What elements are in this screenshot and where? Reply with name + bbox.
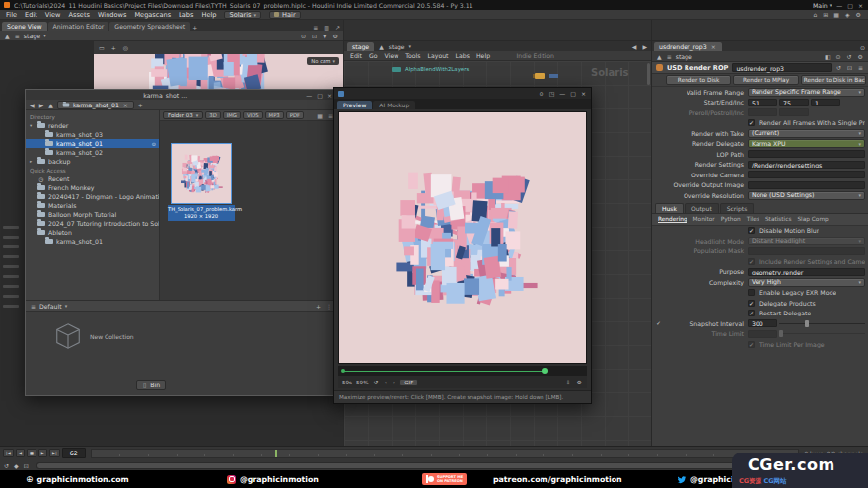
checkbox-include-render-settings-and-cameras[interactable]: ✓ xyxy=(748,258,755,265)
net-menu-layout[interactable]: Layout xyxy=(428,52,449,59)
button-render-to-disk-in-background[interactable]: Render to Disk in Background xyxy=(801,75,866,85)
dialog-file-grid[interactable]: TH_Solaris_07_problem.karm 1920 × 1920 xyxy=(160,121,337,300)
checkbox-disable-motion-blur[interactable]: ✓ xyxy=(748,227,755,234)
preview-titlebar[interactable]: ⊙◳—▢× xyxy=(334,88,591,99)
field-start-end-inc-2[interactable]: 1 xyxy=(811,99,840,106)
menu-icon[interactable]: ≡ xyxy=(30,303,36,310)
viewport-render-view[interactable]: No cam ▾ xyxy=(94,54,343,89)
preview-tab-ai-mockup[interactable]: AI Mockup xyxy=(373,101,415,109)
patreon-link[interactable]: patreon.com/graphicinmotion xyxy=(493,470,622,488)
bin-button[interactable]: ▯ Bin xyxy=(136,380,166,390)
timeline-ruler[interactable] xyxy=(91,449,800,458)
tab-husk[interactable]: Husk xyxy=(655,203,684,213)
net-menu-go[interactable]: Go xyxy=(369,52,378,59)
subtab-rendering[interactable]: Rendering xyxy=(658,216,687,223)
preview-scrubber[interactable] xyxy=(338,366,587,376)
menu-labs[interactable]: Labs xyxy=(179,11,193,19)
checkbox-time-limit-per-image[interactable]: ✓ xyxy=(748,341,755,348)
pin-icon[interactable]: ⊙ xyxy=(859,44,866,51)
network-scrollbar[interactable] xyxy=(647,63,650,85)
menu-edit[interactable]: Edit xyxy=(25,11,37,19)
slider-snapshot-interval[interactable] xyxy=(779,319,865,328)
desktop-selector[interactable]: Solaris▾ xyxy=(224,11,261,19)
back-icon[interactable]: ◀ xyxy=(29,102,36,108)
tree-item-karma-shot-02[interactable]: karma_shot_02 xyxy=(26,148,159,157)
bookmark-20240417-dingman-logo-animation[interactable]: 20240417 - Dingman - Logo Animation xyxy=(26,192,159,201)
home-icon[interactable]: ⌂ xyxy=(812,11,818,18)
website-link[interactable]: ⊕ graphicinmotion.com xyxy=(26,470,129,488)
gear-icon[interactable]: ⚙ xyxy=(576,379,583,385)
tab-geometry-spreadsheet[interactable]: Geometry Spreadsheet xyxy=(109,22,190,31)
prev-frame-icon[interactable]: ‹ xyxy=(384,379,388,385)
file-thumbnail[interactable] xyxy=(171,143,232,204)
layout-icon[interactable]: ▦ xyxy=(832,11,840,18)
history-icon[interactable]: ↺ xyxy=(846,53,853,60)
timeline-range-slider[interactable] xyxy=(36,462,842,469)
button-render-to-disk[interactable]: Render to Disk xyxy=(666,75,731,85)
network-node-orange[interactable] xyxy=(535,73,545,79)
close-icon[interactable]: × xyxy=(580,90,587,97)
pin-icon[interactable]: ⊙ xyxy=(835,53,842,60)
maximize-icon[interactable]: ▢ xyxy=(846,2,854,9)
dialog-tab-karma-shot-01[interactable]: karma_shot_01× xyxy=(57,101,134,109)
scrub-handle[interactable] xyxy=(542,368,548,374)
menu-icon[interactable]: ≡ xyxy=(857,64,864,71)
jump-end-icon[interactable]: ▶| xyxy=(49,449,60,457)
gear-icon[interactable]: ⚙ xyxy=(857,53,864,60)
minimize-icon[interactable]: — xyxy=(305,92,313,99)
maximize-icon[interactable]: ▢ xyxy=(316,92,324,99)
slider-handle[interactable] xyxy=(805,320,809,327)
checkbox-delegate-products[interactable]: ✓ xyxy=(748,300,755,307)
up-icon[interactable]: ▲ xyxy=(378,43,385,50)
loop-icon[interactable]: ↺ xyxy=(372,379,379,385)
key-icon[interactable]: ◆ xyxy=(13,462,20,469)
new-tab-icon[interactable]: + xyxy=(191,24,198,31)
preview-image[interactable] xyxy=(338,111,587,364)
field-preroll-postroll-inc-0[interactable] xyxy=(748,108,777,116)
bookmark-ableton[interactable]: Ableton xyxy=(26,228,159,237)
new-collection-card[interactable]: New Collection xyxy=(26,312,337,351)
forward-icon[interactable]: ▶ xyxy=(641,43,648,50)
up-icon[interactable]: ▲ xyxy=(4,33,11,39)
field-time-limit[interactable] xyxy=(748,330,777,338)
subtab-tiles[interactable]: Tiles xyxy=(747,216,760,223)
menu-render-delegate[interactable]: Karma XPU▾ xyxy=(748,139,865,148)
field-override-camera[interactable] xyxy=(748,171,865,178)
folder-menu[interactable]: Folder 03▾ xyxy=(163,111,203,119)
play-reverse-icon[interactable]: ◀ xyxy=(16,449,25,457)
quick-item-french-monkey[interactable]: French Monkey xyxy=(26,183,159,192)
playhead[interactable] xyxy=(275,450,277,457)
tab-animation-editor[interactable]: Animation Editor xyxy=(48,22,109,31)
next-frame-icon[interactable]: › xyxy=(392,379,396,385)
menu-file[interactable]: File xyxy=(6,11,17,19)
checkbox-restart-delegate[interactable]: ✓ xyxy=(748,310,755,316)
menu-override-resolution[interactable]: None (USD Settings)▾ xyxy=(748,191,865,200)
close-icon[interactable]: × xyxy=(326,92,333,99)
viewport-camera-selector[interactable]: No cam ▾ xyxy=(307,57,339,65)
button-render-to-mplay[interactable]: Render to MPlay xyxy=(733,75,798,85)
current-frame-field[interactable]: 62 xyxy=(62,448,86,458)
snap-icon[interactable]: ◈ xyxy=(844,11,851,18)
checkbox-render-all-frames-with-a-single-process[interactable]: ✓ xyxy=(748,119,755,126)
close-icon[interactable]: × xyxy=(122,102,129,108)
checkbox-enable-legacy-exr-mode[interactable] xyxy=(748,289,755,296)
jump-start-icon[interactable]: |◀ xyxy=(3,449,14,457)
pin-icon[interactable]: ⊙ xyxy=(300,33,307,39)
close-icon[interactable]: × xyxy=(857,2,864,9)
back-icon[interactable]: ◀ xyxy=(631,43,638,50)
gear-icon[interactable]: ⚙ xyxy=(855,11,862,18)
tab-scripts[interactable]: Scripts xyxy=(720,203,755,213)
more-icon[interactable]: ⋮ xyxy=(326,303,333,310)
field-lop-path[interactable] xyxy=(748,150,865,158)
filter-pdf[interactable]: PDF xyxy=(286,111,304,119)
up-icon[interactable]: ▲ xyxy=(47,102,54,108)
slider-handle[interactable] xyxy=(779,330,783,337)
net-menu-edit[interactable]: Edit xyxy=(350,52,362,59)
pane-menu-icon[interactable]: ≡ xyxy=(312,24,319,31)
pane-maximize-icon[interactable]: ↗ xyxy=(334,24,341,31)
slider-time-limit[interactable] xyxy=(779,329,865,338)
view-icon[interactable]: ◎ xyxy=(122,44,129,51)
tab-stage[interactable]: stage xyxy=(347,42,374,51)
subtab-statistics[interactable]: Statistics xyxy=(765,216,792,223)
patreon-badge[interactable]: SUPPORT ME ON PATREON xyxy=(422,470,467,488)
